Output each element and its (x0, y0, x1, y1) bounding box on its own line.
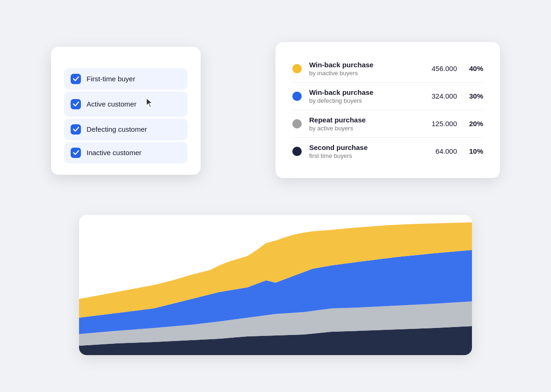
checkbox-box-defecting (71, 124, 81, 135)
checkbox-box-first-time (71, 74, 81, 84)
legend-value-repeat-active: 125.000 (424, 120, 457, 128)
chart-card (79, 215, 472, 355)
legend-pct-win-back-inactive: 40% (464, 64, 483, 72)
legend-value-win-back-inactive: 456.000 (424, 64, 457, 72)
checkbox-label-active: Active customer (87, 100, 137, 108)
legend-value-win-back-defecting: 324.000 (424, 92, 457, 100)
checkbox-box-active (71, 99, 81, 109)
legend-sub-repeat-active: by active buyers (309, 125, 417, 132)
legend-card: Win-back purchaseby inactive buyers456.0… (276, 42, 500, 178)
legend-pct-repeat-active: 20% (464, 120, 483, 128)
legend-item-win-back-defecting: Win-back purchaseby defecting buyers324.… (292, 83, 483, 110)
area-chart (79, 215, 472, 355)
legend-dot-second-first (292, 147, 302, 156)
legend-item-repeat-active: Repeat purchaseby active buyers125.00020… (292, 110, 483, 138)
legend-value-second-first: 64.000 (424, 147, 457, 155)
legend-text-repeat-active: Repeat purchaseby active buyers (309, 116, 417, 132)
legend-pct-win-back-defecting: 30% (464, 92, 483, 100)
legend-text-second-first: Second purchasefirst time buyers (309, 143, 417, 159)
checkbox-list: First-time buyerActive customerDefecting… (64, 68, 188, 164)
legend-text-win-back-defecting: Win-back purchaseby defecting buyers (309, 88, 417, 104)
checkbox-item-defecting[interactable]: Defecting customer (64, 119, 188, 140)
legend-dot-win-back-inactive (292, 64, 302, 73)
legend-sub-win-back-inactive: by inactive buyers (309, 70, 417, 77)
checkbox-item-inactive[interactable]: Inactive customer (64, 142, 188, 164)
legend-text-win-back-inactive: Win-back purchaseby inactive buyers (309, 61, 417, 77)
legend-sub-win-back-defecting: by defecting buyers (309, 97, 417, 104)
legend-main-second-first: Second purchase (309, 143, 417, 151)
cursor-icon (145, 97, 155, 111)
legend-pct-second-first: 10% (464, 147, 483, 155)
legend-dot-repeat-active (292, 119, 302, 128)
legend-main-repeat-active: Repeat purchase (309, 116, 417, 124)
checkbox-item-first-time[interactable]: First-time buyer (64, 68, 188, 90)
legend-dot-win-back-defecting (292, 92, 302, 101)
legend-main-win-back-defecting: Win-back purchase (309, 88, 417, 96)
scene: First-time buyerActive customerDefecting… (51, 37, 500, 355)
checkbox-label-defecting: Defecting customer (87, 125, 147, 133)
legend-item-win-back-inactive: Win-back purchaseby inactive buyers456.0… (292, 55, 483, 83)
checkbox-label-inactive: Inactive customer (87, 149, 142, 157)
legend-main-win-back-inactive: Win-back purchase (309, 61, 417, 69)
checkbox-box-inactive (71, 148, 81, 158)
checkbox-item-active[interactable]: Active customer (64, 92, 188, 117)
dropdown-card: First-time buyerActive customerDefecting… (51, 47, 201, 175)
legend-sub-second-first: first time buyers (309, 152, 417, 159)
checkbox-label-first-time: First-time buyer (87, 75, 135, 83)
legend-item-second-first: Second purchasefirst time buyers64.00010… (292, 138, 483, 165)
